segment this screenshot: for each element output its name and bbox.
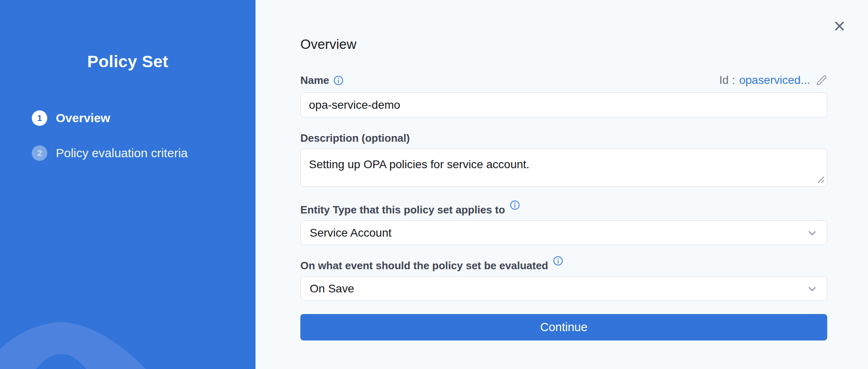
chevron-down-icon (806, 227, 818, 239)
entity-id-row: Id : opaserviced... (719, 74, 827, 87)
continue-button[interactable]: Continue (300, 314, 827, 340)
edit-id-button[interactable] (816, 75, 827, 86)
name-id-row: Name Id : opaserviced... (300, 73, 827, 87)
description-field: Setting up OPA policies for service acco… (300, 149, 827, 187)
event-label: On what event should the policy set be e… (300, 259, 548, 272)
wizard-steps: 1 Overview 2 Policy evaluation criteria (0, 110, 256, 161)
step-policy-evaluation-criteria[interactable]: 2 Policy evaluation criteria (32, 145, 256, 161)
entity-type-info-icon[interactable] (510, 200, 520, 210)
step-1-label: Overview (56, 111, 110, 125)
page-title: Overview (300, 37, 827, 52)
info-icon (553, 256, 563, 266)
entity-type-select[interactable]: Service Account (300, 220, 827, 245)
description-label: Description (optional) (300, 132, 410, 145)
step-2-label: Policy evaluation criteria (56, 146, 187, 160)
info-icon (333, 75, 344, 86)
description-label-row: Description (optional) (300, 131, 827, 145)
step-overview[interactable]: 1 Overview (32, 110, 256, 126)
decorative-wave (0, 288, 256, 369)
close-button[interactable] (831, 18, 848, 34)
event-value: On Save (310, 282, 354, 295)
event-info-icon[interactable] (553, 256, 563, 266)
name-info-icon[interactable] (333, 75, 344, 86)
id-prefix: Id : (719, 74, 735, 87)
event-label-row: On what event should the policy set be e… (300, 259, 827, 272)
entity-type-label-row: Entity Type that this policy set applies… (300, 203, 827, 216)
name-input[interactable] (300, 92, 827, 118)
resize-handle-icon[interactable] (817, 176, 824, 183)
wizard-title: Policy Set (0, 0, 256, 71)
close-icon (833, 20, 846, 33)
edit-pencil-icon (816, 75, 827, 86)
description-textarea[interactable]: Setting up OPA policies for service acco… (300, 149, 827, 187)
event-select[interactable]: On Save (300, 276, 827, 301)
wizard-sidebar: Policy Set 1 Overview 2 Policy evaluatio… (0, 0, 256, 369)
entity-type-value: Service Account (310, 226, 392, 239)
form-content: Overview Name Id : opaserviced... (300, 0, 827, 340)
chevron-down-icon (806, 283, 818, 294)
overview-panel: Overview Name Id : opaserviced... (256, 0, 868, 369)
step-1-badge: 1 (32, 110, 47, 126)
id-link[interactable]: opaserviced... (739, 74, 810, 87)
step-2-badge: 2 (32, 145, 47, 161)
info-icon (510, 200, 520, 210)
name-label: Name (300, 74, 329, 87)
entity-type-label: Entity Type that this policy set applies… (300, 203, 505, 216)
